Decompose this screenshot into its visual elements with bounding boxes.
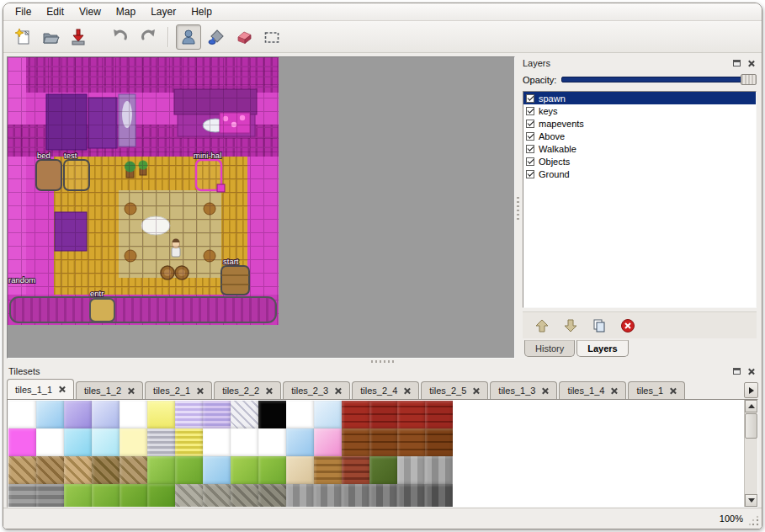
tile-0-14[interactable] (397, 401, 425, 428)
tile-1-0[interactable] (8, 428, 36, 456)
tile-2-3[interactable] (92, 456, 120, 484)
tile-2-2[interactable] (64, 456, 92, 484)
rect-select-tool-button[interactable] (259, 24, 284, 50)
stamp-tool-button[interactable] (176, 24, 201, 50)
tileset-tab-5[interactable]: tiles_2_4 (352, 381, 419, 399)
menu-edit[interactable]: Edit (40, 4, 71, 19)
close-tab-icon[interactable] (334, 387, 342, 395)
close-tab-icon[interactable] (610, 387, 618, 395)
tileset-tab-8[interactable]: tiles_1_4 (559, 381, 626, 399)
tile-1-9[interactable] (258, 428, 286, 456)
tileset-tab-6[interactable]: tiles_2_5 (421, 381, 488, 399)
tile-1-7[interactable] (203, 428, 231, 456)
tileset-tab-2[interactable]: tiles_2_1 (145, 381, 212, 399)
opacity-slider[interactable] (561, 73, 757, 86)
tile-3-15[interactable] (425, 484, 453, 508)
tileset-tab-0[interactable]: tiles_1_1 (7, 379, 74, 399)
save-file-button[interactable] (66, 24, 91, 50)
map-view[interactable]: bed test mini-hal start random entr (7, 56, 515, 359)
tile-0-1[interactable] (36, 401, 64, 428)
tile-2-11[interactable] (314, 456, 342, 484)
scrollbar-track[interactable] (745, 412, 757, 494)
map-canvas[interactable]: bed test mini-hal start random entr (8, 57, 514, 358)
tile-1-15[interactable] (425, 428, 453, 456)
tile-2-15[interactable] (425, 456, 453, 484)
tile-3-3[interactable] (92, 484, 120, 508)
tile-1-5[interactable] (147, 428, 175, 456)
map-object-bottom[interactable] (10, 297, 276, 322)
tile-2-1[interactable] (36, 456, 64, 484)
layer-row-objects[interactable]: Objects (523, 155, 756, 168)
tab-scroll-right-button[interactable] (744, 382, 758, 398)
tileset-tab-3[interactable]: tiles_2_2 (214, 381, 281, 399)
tile-2-13[interactable] (369, 456, 397, 484)
tile-2-4[interactable] (120, 456, 147, 484)
menu-help[interactable]: Help (184, 4, 219, 19)
tilesets-close-button[interactable] (745, 366, 757, 377)
close-tab-icon[interactable] (265, 387, 273, 395)
tile-0-9[interactable] (258, 401, 286, 428)
tile-0-2[interactable] (64, 401, 92, 428)
tile-0-5[interactable] (147, 401, 175, 428)
tile-1-4[interactable] (120, 428, 147, 456)
tile-3-5[interactable] (147, 484, 175, 508)
tile-0-10[interactable] (286, 401, 314, 428)
layers-float-button[interactable] (730, 58, 742, 69)
open-file-button[interactable] (38, 24, 63, 50)
layer-row-ground[interactable]: Ground (523, 168, 756, 180)
tile-1-10[interactable] (286, 428, 314, 456)
tile-3-6[interactable] (175, 484, 203, 508)
tile-0-8[interactable] (231, 401, 258, 428)
tile-3-12[interactable] (342, 484, 369, 508)
menu-view[interactable]: View (72, 4, 108, 19)
layer-visibility-checkbox[interactable] (526, 107, 534, 115)
layer-visibility-checkbox[interactable] (526, 157, 534, 166)
tile-2-0[interactable] (8, 456, 36, 484)
tile-1-2[interactable] (64, 428, 92, 456)
tile-2-14[interactable] (397, 456, 425, 484)
new-file-button[interactable] (10, 24, 35, 50)
tile-1-12[interactable] (342, 428, 369, 456)
map-object-test[interactable] (64, 160, 89, 190)
tile-3-8[interactable] (231, 484, 258, 508)
tile-0-7[interactable] (203, 401, 231, 428)
tile-0-13[interactable] (369, 401, 397, 428)
close-tab-icon[interactable] (669, 387, 677, 395)
tile-3-9[interactable] (258, 484, 286, 508)
layer-row-spawn[interactable]: spawn (523, 92, 756, 104)
scroll-down-button[interactable] (745, 494, 757, 507)
tile-2-12[interactable] (342, 456, 369, 484)
map-object-entr[interactable] (90, 299, 114, 322)
menu-map[interactable]: Map (109, 4, 142, 19)
duplicate-layer-button[interactable] (590, 317, 608, 335)
tile-3-13[interactable] (369, 484, 397, 508)
layer-row-keys[interactable]: keys (523, 104, 756, 117)
map-object-handle[interactable] (217, 184, 225, 192)
tile-3-11[interactable] (314, 484, 342, 508)
tile-2-8[interactable] (231, 456, 258, 484)
tileset-scrollbar[interactable] (744, 400, 757, 507)
tile-3-1[interactable] (36, 484, 64, 508)
tile-1-8[interactable] (231, 428, 258, 456)
tile-0-15[interactable] (425, 401, 453, 428)
move-layer-down-button[interactable] (561, 317, 580, 335)
tile-3-0[interactable] (8, 484, 36, 508)
layer-row-above[interactable]: Above (523, 130, 756, 142)
menu-file[interactable]: File (8, 4, 38, 19)
tile-3-7[interactable] (203, 484, 231, 508)
tile-0-3[interactable] (92, 401, 120, 428)
opacity-slider-handle[interactable] (741, 74, 757, 85)
layer-list[interactable]: spawn keys mapevents Above Walkable (523, 91, 757, 308)
tab-history[interactable]: History (524, 340, 575, 357)
map-object-start[interactable] (221, 266, 249, 295)
close-tab-icon[interactable] (196, 387, 204, 395)
scrollbar-thumb[interactable] (745, 413, 757, 439)
tile-3-2[interactable] (64, 484, 92, 508)
tile-2-9[interactable] (258, 456, 286, 484)
eraser-tool-button[interactable] (231, 24, 257, 50)
move-layer-up-button[interactable] (533, 317, 551, 335)
layer-row-mapevents[interactable]: mapevents (523, 117, 756, 130)
tile-1-14[interactable] (397, 428, 425, 456)
tileset-tab-1[interactable]: tiles_1_2 (76, 381, 143, 399)
tile-1-1[interactable] (36, 428, 64, 456)
